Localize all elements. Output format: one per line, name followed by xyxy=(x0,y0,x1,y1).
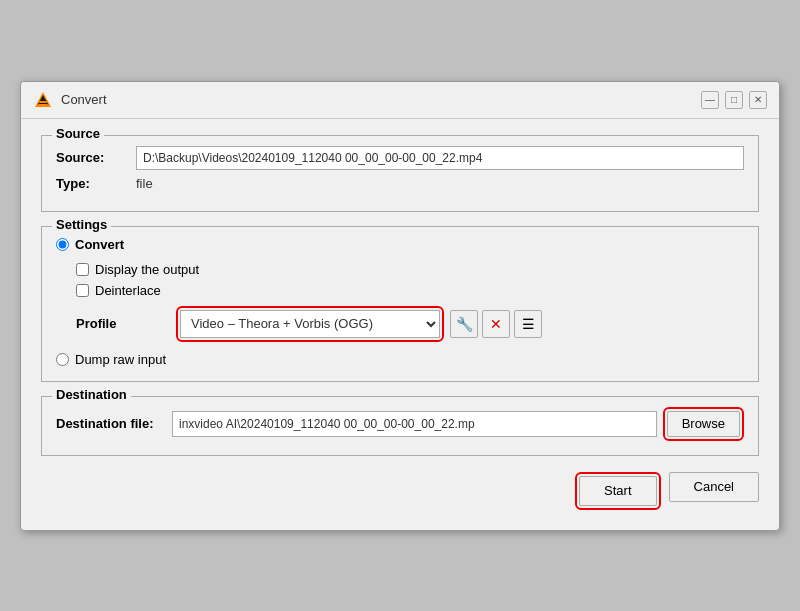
settings-icon-button[interactable]: 🔧 xyxy=(450,310,478,338)
dump-raw-radio[interactable] xyxy=(56,353,69,366)
browse-button[interactable]: Browse xyxy=(667,411,740,437)
profile-label: Profile xyxy=(76,316,176,331)
window-title: Convert xyxy=(61,92,107,107)
deinterlace-checkbox[interactable] xyxy=(76,284,89,297)
dump-raw-row: Dump raw input xyxy=(56,352,744,367)
dump-raw-label: Dump raw input xyxy=(75,352,166,367)
destination-group-label: Destination xyxy=(52,387,131,402)
display-output-checkbox[interactable] xyxy=(76,263,89,276)
destination-group: Destination Destination file: Browse xyxy=(41,396,759,456)
destination-row: Destination file: Browse xyxy=(56,407,744,441)
title-bar: Convert — □ ✕ xyxy=(21,82,779,119)
deinterlace-row: Deinterlace xyxy=(76,283,744,298)
destination-input[interactable] xyxy=(172,411,657,437)
button-row: Start Cancel xyxy=(41,472,759,514)
settings-group: Settings Convert Display the output Dein… xyxy=(41,226,759,382)
display-output-row: Display the output xyxy=(76,262,744,277)
title-controls: — □ ✕ xyxy=(701,91,767,109)
browse-wrapper: Browse xyxy=(663,407,744,441)
list-profile-button[interactable]: ☰ xyxy=(514,310,542,338)
type-row: Type: file xyxy=(56,176,744,191)
start-wrapper: Start xyxy=(575,472,660,510)
main-window: Convert — □ ✕ Source Source: Type: file … xyxy=(20,81,780,531)
title-bar-left: Convert xyxy=(33,90,107,110)
profile-actions: 🔧 ✕ ☰ xyxy=(450,310,542,338)
display-output-label: Display the output xyxy=(95,262,199,277)
profile-select[interactable]: Video – Theora + Vorbis (OGG) Video – H.… xyxy=(180,310,440,338)
type-value: file xyxy=(136,176,153,191)
vlc-icon xyxy=(33,90,53,110)
source-row: Source: xyxy=(56,146,744,170)
dest-label: Destination file: xyxy=(56,416,166,431)
window-content: Source Source: Type: file Settings Conve… xyxy=(21,119,779,530)
profile-row: Profile Video – Theora + Vorbis (OGG) Vi… xyxy=(56,306,744,342)
profile-select-wrapper: Video – Theora + Vorbis (OGG) Video – H.… xyxy=(176,306,444,342)
source-input[interactable] xyxy=(136,146,744,170)
convert-radio-label: Convert xyxy=(75,237,124,252)
source-label: Source: xyxy=(56,150,136,165)
convert-radio[interactable] xyxy=(56,238,69,251)
type-label: Type: xyxy=(56,176,136,191)
convert-radio-row: Convert xyxy=(56,237,744,252)
svg-rect-3 xyxy=(38,104,48,106)
minimize-button[interactable]: — xyxy=(701,91,719,109)
maximize-button[interactable]: □ xyxy=(725,91,743,109)
delete-profile-button[interactable]: ✕ xyxy=(482,310,510,338)
source-group-label: Source xyxy=(52,126,104,141)
deinterlace-label: Deinterlace xyxy=(95,283,161,298)
close-button[interactable]: ✕ xyxy=(749,91,767,109)
settings-group-label: Settings xyxy=(52,217,111,232)
start-button[interactable]: Start xyxy=(579,476,656,506)
source-group: Source Source: Type: file xyxy=(41,135,759,212)
cancel-button[interactable]: Cancel xyxy=(669,472,759,502)
svg-rect-2 xyxy=(39,101,47,103)
